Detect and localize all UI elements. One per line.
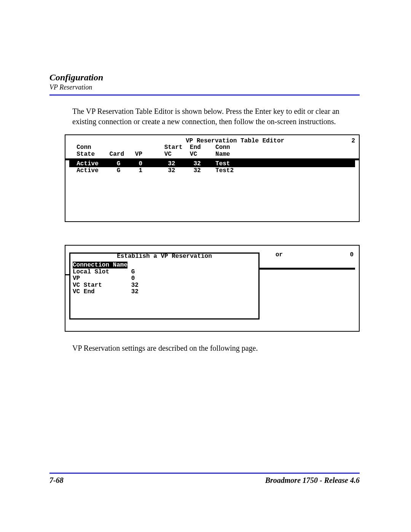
chapter-title: Configuration — [49, 72, 360, 83]
terminal2-divider — [259, 268, 355, 270]
intro-paragraph: The VP Reservation Table Editor is shown… — [72, 106, 362, 127]
terminal-col-headers: Conn Start End Conn State Card VP VC VC … — [69, 144, 355, 158]
dialog-fields-rest: Local Slot G VP 0 VC Start 32 VC End 32 — [73, 268, 139, 296]
terminal-title: VP Reservation Table Editor — [126, 137, 344, 144]
doc-title: Broadmore 1750 - Release 4.6 — [265, 476, 360, 485]
table-row[interactable]: Active G 1 32 32 Test2 — [65, 167, 359, 174]
section-title: VP Reservation — [49, 83, 360, 91]
page-number: 7-68 — [49, 476, 64, 485]
table-row-selected[interactable]: Active G 0 32 32 Test — [69, 160, 355, 167]
terminal-establish-vp: Establish a VP Reservation Connection Na… — [65, 245, 360, 332]
dialog-title: Establish a VP Reservation — [73, 253, 256, 260]
dialog-fields: Connection Name Local Slot G VP 0 VC Sta… — [73, 262, 256, 296]
terminal-vp-table-editor: VP Reservation Table Editor 2 Conn Start… — [65, 134, 360, 222]
terminal-row-count: 2 — [344, 137, 355, 144]
right-or-label: or — [276, 251, 283, 258]
connection-name-field[interactable]: Connection Name — [73, 262, 127, 268]
right-number: 0 — [350, 251, 354, 258]
header-rule — [49, 94, 360, 96]
outro-paragraph: VP Reservation settings are described on… — [72, 343, 362, 353]
footer-rule — [49, 473, 360, 474]
page-footer: 7-68 Broadmore 1750 - Release 4.6 — [49, 473, 360, 485]
establish-dialog: Establish a VP Reservation Connection Na… — [69, 252, 260, 320]
